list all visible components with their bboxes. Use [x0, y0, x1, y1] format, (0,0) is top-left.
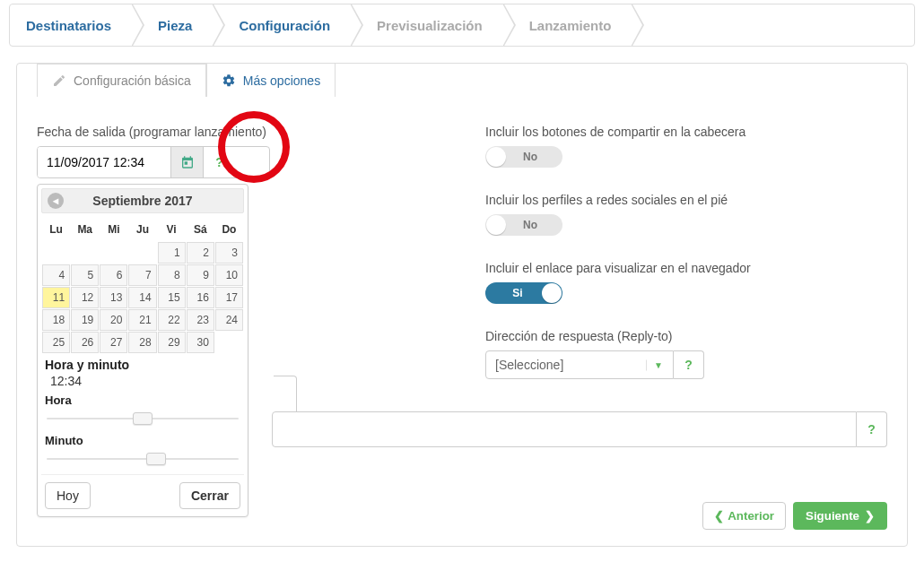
day-cell[interactable]: 17: [215, 287, 243, 308]
day-empty: [215, 332, 243, 353]
weekday-header: Do: [215, 218, 243, 241]
day-cell[interactable]: 22: [158, 309, 186, 331]
browser-link-toggle[interactable]: Si: [485, 282, 562, 304]
day-cell[interactable]: 10: [215, 264, 243, 286]
day-cell[interactable]: 26: [71, 332, 99, 353]
tab-configuracion-basica[interactable]: Configuración básica: [37, 64, 206, 97]
day-cell[interactable]: 15: [158, 287, 186, 308]
calendar-icon: [180, 155, 195, 169]
config-panel: Configuración básica Más opciones Fecha …: [16, 63, 908, 547]
day-empty: [71, 242, 99, 264]
tab-mas-opciones[interactable]: Más opciones: [206, 63, 336, 97]
config-tabs: Configuración básica Más opciones: [37, 63, 887, 98]
weekday-header: Ma: [71, 218, 99, 241]
minute-slider[interactable]: [47, 451, 239, 467]
day-cell[interactable]: 25: [42, 332, 70, 353]
wizard-step-lanzamiento[interactable]: Lanzamiento: [502, 4, 632, 46]
browser-link-label: Incluir el enlace para visualizar en el …: [485, 261, 887, 275]
notes-row: ?: [272, 411, 887, 447]
reply-to-select[interactable]: [Seleccione] ▼: [485, 350, 674, 379]
time-value: 12:34: [41, 374, 244, 393]
gear-icon: [222, 73, 236, 88]
day-empty: [100, 242, 127, 264]
day-cell[interactable]: 18: [42, 309, 70, 331]
select-value: [Seleccione]: [495, 358, 563, 372]
hour-label: Hora: [41, 393, 244, 409]
toggle-knob: [486, 215, 506, 235]
calendar-button[interactable]: [170, 147, 203, 177]
weekday-header: Vi: [158, 218, 186, 241]
chevron-right-icon: ❯: [865, 509, 875, 523]
datepicker: ◄ Septiembre 2017 ► LuMaMiJuViSáDo 12345…: [37, 184, 248, 517]
datepicker-month-label: Septiembre 2017: [92, 194, 192, 208]
weekday-header: Mi: [100, 218, 127, 241]
day-cell[interactable]: 19: [71, 309, 99, 331]
button-label: Anterior: [728, 509, 774, 523]
time-section-label: Hora y minuto: [41, 354, 244, 374]
day-cell[interactable]: 3: [215, 242, 243, 264]
weekday-header: Sá: [187, 218, 214, 241]
notes-textarea[interactable]: [272, 411, 857, 447]
reply-to-help-button[interactable]: ?: [674, 350, 704, 379]
day-cell[interactable]: 14: [128, 287, 156, 308]
prev-button[interactable]: ❮ Anterior: [702, 502, 786, 530]
day-cell[interactable]: 6: [100, 264, 127, 286]
weekday-header: Ju: [128, 218, 156, 241]
fecha-input-group: ?: [37, 146, 270, 178]
button-label: Siguiente: [806, 509, 859, 523]
day-cell[interactable]: 11: [42, 287, 70, 308]
day-cell[interactable]: 9: [187, 264, 214, 286]
day-cell[interactable]: 21: [128, 309, 156, 331]
datepicker-grid: LuMaMiJuViSáDo 1234567891011121314151617…: [41, 217, 244, 354]
day-cell[interactable]: 20: [100, 309, 127, 331]
day-cell[interactable]: 16: [187, 287, 214, 308]
notes-help-button[interactable]: ?: [857, 411, 887, 447]
toggle-knob: [486, 147, 506, 167]
day-cell[interactable]: 7: [128, 264, 156, 286]
day-cell[interactable]: 28: [128, 332, 156, 353]
day-cell[interactable]: 24: [215, 309, 243, 331]
day-cell[interactable]: 1: [158, 242, 186, 264]
datepicker-today-button[interactable]: Hoy: [45, 482, 91, 509]
toggle-knob: [542, 283, 562, 303]
weekday-header: Lu: [42, 218, 70, 241]
fecha-help-button[interactable]: ?: [203, 147, 235, 177]
tab-label: Configuración básica: [74, 73, 191, 88]
datepicker-prev-month[interactable]: ◄: [48, 193, 64, 209]
day-cell[interactable]: 2: [187, 242, 214, 264]
fecha-label: Fecha de salida (programar lanzamiento): [37, 125, 458, 139]
next-button[interactable]: Siguiente ❯: [793, 502, 887, 530]
share-buttons-toggle[interactable]: No: [485, 146, 562, 168]
day-cell[interactable]: 29: [158, 332, 186, 353]
reply-to-label: Dirección de respuesta (Reply-to): [485, 329, 887, 343]
wizard-steps: Destinatarios Pieza Configuración Previs…: [9, 4, 915, 47]
day-empty: [42, 242, 70, 264]
datepicker-header: ◄ Septiembre 2017 ►: [41, 188, 244, 213]
social-profiles-toggle[interactable]: No: [485, 214, 562, 236]
chevron-left-icon: ❮: [714, 509, 724, 523]
wizard-step-configuracion[interactable]: Configuración: [212, 4, 350, 46]
minute-label: Minuto: [41, 434, 244, 449]
day-cell[interactable]: 23: [187, 309, 214, 331]
pencil-icon: [52, 73, 66, 88]
tab-label: Más opciones: [243, 73, 320, 88]
day-cell[interactable]: 8: [158, 264, 186, 286]
day-cell[interactable]: 4: [42, 264, 70, 286]
day-cell[interactable]: 5: [71, 264, 99, 286]
wizard-step-previsualizacion[interactable]: Previsualización: [350, 4, 502, 46]
minute-slider-handle[interactable]: [146, 453, 166, 465]
day-cell[interactable]: 13: [100, 287, 127, 308]
hour-slider-handle[interactable]: [133, 412, 153, 425]
day-cell[interactable]: 12: [71, 287, 99, 308]
day-cell[interactable]: 27: [100, 332, 127, 353]
datepicker-close-button[interactable]: Cerrar: [179, 482, 240, 509]
hour-slider[interactable]: [47, 411, 239, 427]
day-empty: [128, 242, 156, 264]
social-profiles-label: Incluir los perfiles a redes sociales en…: [485, 193, 887, 207]
fecha-input[interactable]: [38, 147, 170, 177]
share-buttons-label: Incluir los botones de compartir en la c…: [485, 125, 887, 139]
day-cell[interactable]: 30: [187, 332, 214, 353]
wizard-step-destinatarios[interactable]: Destinatarios: [10, 4, 131, 46]
chevron-down-icon: ▼: [646, 359, 664, 371]
